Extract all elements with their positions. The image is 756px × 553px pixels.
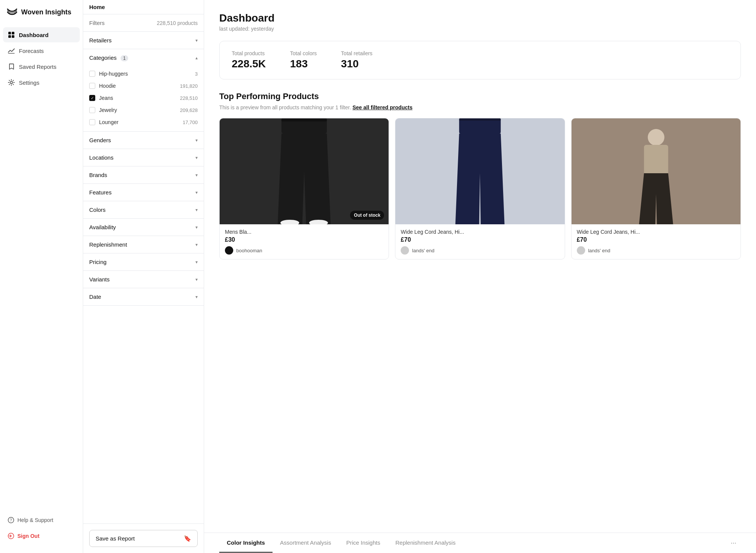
main-scroll: Dashboard last updated: yesterday Total … <box>204 0 756 533</box>
filter-section-retailers: Retailers ▾ <box>83 32 204 49</box>
save-report-button[interactable]: Save as Report 🔖 <box>89 530 198 547</box>
filter-pricing-toggle[interactable]: Pricing ▾ <box>83 253 204 270</box>
category-count: 191,820 <box>180 83 198 89</box>
product-card-3[interactable]: Wide Leg Cord Jeans, Hi... £70 lands' en… <box>571 118 741 259</box>
filter-section-replenishment: Replenishment ▾ <box>83 236 204 253</box>
sidebar-item-saved-reports[interactable]: Saved Reports <box>3 59 80 74</box>
filter-date-toggle[interactable]: Date ▾ <box>83 288 204 305</box>
tab-color-insights[interactable]: Color Insights <box>219 533 273 553</box>
product-info-1: Mens Bla... £30 boohooman <box>220 224 389 259</box>
filter-section-availability: Availability ▾ <box>83 219 204 236</box>
brand-logo[interactable]: Woven Insights <box>0 6 83 27</box>
filter-variants-label: Variants <box>89 276 110 283</box>
top-products-title: Top Performing Products <box>219 92 741 101</box>
filter-categories-toggle[interactable]: Categories 1 ▴ <box>83 49 204 66</box>
product-card-1[interactable]: Out of stock Mens Bla... £30 boohooman <box>219 118 389 259</box>
stat-total-retailers-value: 310 <box>341 58 372 70</box>
filter-genders-toggle[interactable]: Genders ▾ <box>83 132 204 149</box>
retailer-avatar-1 <box>225 246 233 255</box>
category-checkbox-lounger[interactable] <box>89 119 95 125</box>
stat-total-products: Total products 228.5K <box>232 50 266 70</box>
filter-panel: Home Filters 228,510 products Retailers … <box>83 0 204 553</box>
filter-features-label: Features <box>89 189 112 196</box>
category-checkbox-hip-huggers[interactable] <box>89 71 95 77</box>
retailer-avatar-3 <box>577 246 585 255</box>
sign-out-item[interactable]: Sign Out <box>6 530 77 542</box>
category-checkbox-jeans[interactable] <box>89 95 95 101</box>
chevron-down-icon: ▾ <box>195 155 198 160</box>
category-label: Jewelry <box>99 107 117 113</box>
forecasts-icon <box>8 47 15 54</box>
svg-rect-14 <box>459 118 501 121</box>
logo-icon <box>6 6 18 18</box>
help-icon: ? <box>8 517 14 523</box>
product-name-2: Wide Leg Cord Jeans, Hi... <box>401 229 559 235</box>
sidebar-item-label: Settings <box>19 79 39 86</box>
sidebar-item-label: Dashboard <box>19 32 48 38</box>
sidebar-item-settings[interactable]: Settings <box>3 75 80 90</box>
retailer-avatar-2 <box>401 246 409 255</box>
category-item-jewelry[interactable]: Jewelry 209,628 <box>83 104 204 116</box>
filter-section-brands: Brands ▾ <box>83 166 204 184</box>
product-card-2[interactable]: Wide Leg Cord Jeans, Hi... £70 lands' en… <box>395 118 565 259</box>
category-checkbox-jewelry[interactable] <box>89 107 95 113</box>
filter-locations-toggle[interactable]: Locations ▾ <box>83 149 204 166</box>
sidebar-item-dashboard[interactable]: Dashboard <box>3 27 80 42</box>
help-support-item[interactable]: ? Help & Support <box>6 514 77 527</box>
tab-assortment-analysis[interactable]: Assortment Analysis <box>273 533 339 553</box>
filter-section-pricing: Pricing ▾ <box>83 253 204 271</box>
tab-replenishment-analysis[interactable]: Replenishment Analysis <box>388 533 463 553</box>
filter-brands-label: Brands <box>89 172 107 178</box>
category-count: 228,510 <box>180 95 198 101</box>
categories-scroll[interactable]: Hip-huggers 3 Hoodie 191,820 <box>83 68 204 128</box>
sidebar-item-forecasts[interactable]: Forecasts <box>3 43 80 58</box>
help-label: Help & Support <box>17 517 53 523</box>
dashboard-icon <box>8 31 15 39</box>
svg-rect-16 <box>644 145 668 175</box>
category-item-jeans[interactable]: Jeans 228,510 <box>83 92 204 104</box>
stat-total-products-label: Total products <box>232 50 266 56</box>
chevron-down-icon: ▾ <box>195 242 198 247</box>
filter-colors-toggle[interactable]: Colors ▾ <box>83 201 204 218</box>
filter-retailers-toggle[interactable]: Retailers ▾ <box>83 32 204 49</box>
top-products-subtitle: This is a preview from all products matc… <box>219 104 741 110</box>
nav-items-list: Dashboard Forecasts Saved Reports Settin… <box>0 27 83 509</box>
filter-variants-toggle[interactable]: Variants ▾ <box>83 271 204 288</box>
product-info-2: Wide Leg Cord Jeans, Hi... £70 lands' en… <box>395 224 564 259</box>
bookmark-icon: 🔖 <box>184 535 191 542</box>
filter-pricing-label: Pricing <box>89 259 107 265</box>
filter-replenishment-label: Replenishment <box>89 241 127 248</box>
filter-count: 228,510 products <box>157 20 198 26</box>
more-tabs-button[interactable]: ··· <box>726 533 741 553</box>
filter-replenishment-toggle[interactable]: Replenishment ▾ <box>83 236 204 253</box>
retailer-name-2: lands' end <box>412 248 434 253</box>
save-report-label: Save as Report <box>96 535 135 542</box>
filter-brands-toggle[interactable]: Brands ▾ <box>83 166 204 183</box>
filter-date-label: Date <box>89 294 101 300</box>
product-price-2: £70 <box>401 236 559 243</box>
svg-rect-3 <box>12 35 14 38</box>
filter-features-toggle[interactable]: Features ▾ <box>83 184 204 201</box>
stat-total-retailers: Total retailers 310 <box>341 50 372 70</box>
category-item-hoodie[interactable]: Hoodie 191,820 <box>83 80 204 92</box>
retailer-name-1: boohooman <box>236 248 262 253</box>
category-item-hip-huggers[interactable]: Hip-huggers 3 <box>83 68 204 80</box>
svg-point-5 <box>10 81 12 84</box>
chevron-down-icon: ▾ <box>195 207 198 213</box>
filter-genders-label: Genders <box>89 137 111 143</box>
see-all-link[interactable]: See all filtered products <box>352 104 412 110</box>
stat-total-products-value: 228.5K <box>232 58 266 70</box>
category-item-lounger[interactable]: Lounger 17,700 <box>83 116 204 128</box>
product-image-2 <box>395 118 564 224</box>
stats-card: Total products 228.5K Total colors 183 T… <box>219 41 741 79</box>
product-retailer-3: lands' end <box>577 246 735 255</box>
product-name-3: Wide Leg Cord Jeans, Hi... <box>577 229 735 235</box>
category-checkbox-hoodie[interactable] <box>89 83 95 89</box>
filter-section-locations: Locations ▾ <box>83 149 204 166</box>
chevron-down-icon: ▾ <box>195 259 198 265</box>
filter-section-genders: Genders ▾ <box>83 132 204 149</box>
tab-price-insights[interactable]: Price Insights <box>339 533 388 553</box>
page-title: Dashboard <box>219 12 741 24</box>
category-count: 209,628 <box>180 107 198 113</box>
filter-availability-toggle[interactable]: Availability ▾ <box>83 219 204 236</box>
